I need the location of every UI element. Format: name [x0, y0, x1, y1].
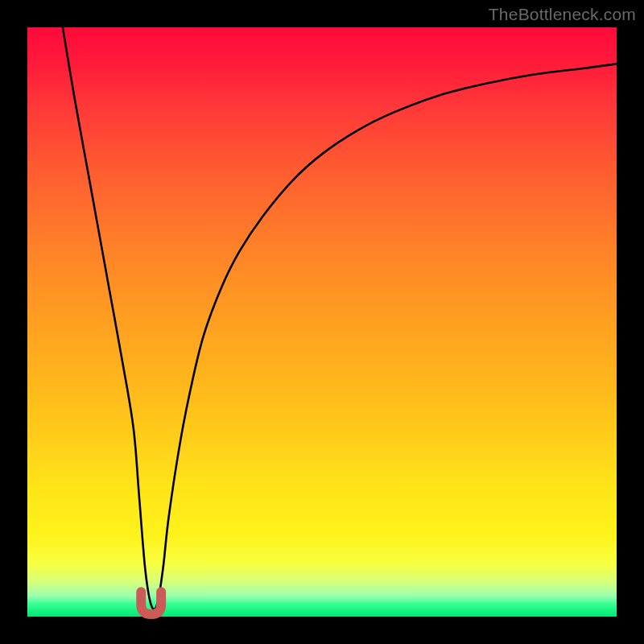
watermark-text: TheBottleneck.com [489, 5, 636, 24]
bottleneck-curve [63, 27, 617, 609]
outer-frame: TheBottleneck.com [0, 0, 644, 644]
plot-area [27, 27, 617, 617]
curve-svg [27, 27, 617, 617]
